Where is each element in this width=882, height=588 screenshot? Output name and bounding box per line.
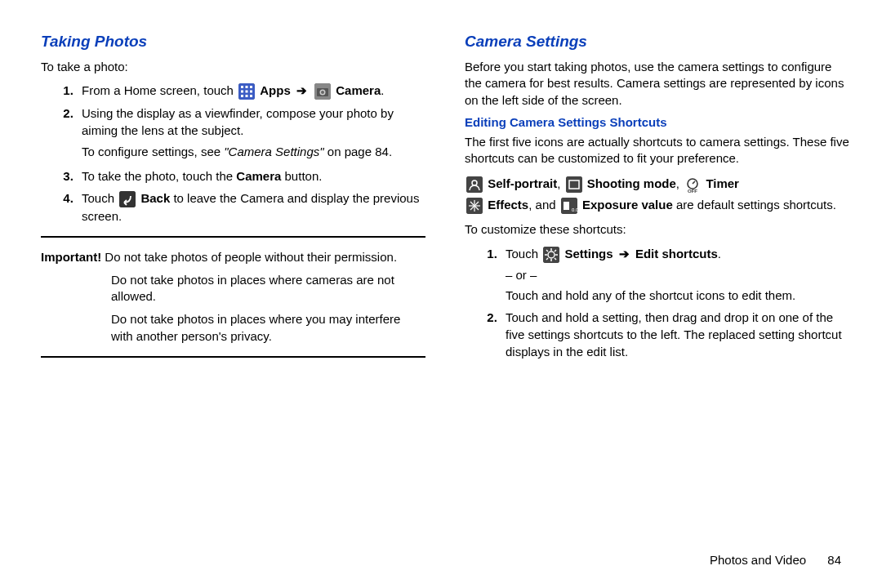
svg-rect-8 [246, 95, 248, 97]
svg-rect-2 [246, 86, 248, 88]
footer-page-number: 84 [827, 553, 841, 567]
svg-text:0.0: 0.0 [572, 207, 577, 212]
editing-shortcuts-subheading: Editing Camera Settings Shortcuts [465, 115, 849, 129]
camera-settings-intro: Before you start taking photos, use the … [465, 59, 849, 109]
svg-rect-7 [241, 95, 243, 97]
taking-photos-heading: Taking Photos [41, 33, 425, 51]
step-3: To take the photo, touch the Camera butt… [77, 167, 425, 185]
intro-text: To take a photo: [41, 59, 425, 75]
apps-grid-icon [238, 83, 255, 100]
svg-rect-6 [250, 91, 252, 93]
important-label: Important! [41, 250, 101, 264]
shooting-mode-icon [566, 176, 582, 193]
back-icon [119, 191, 136, 207]
svg-rect-28 [564, 202, 569, 210]
footer-section: Photos and Video [710, 553, 806, 567]
self-portrait-icon [466, 176, 483, 193]
camera-icon [314, 83, 331, 100]
step-2: Using the display as a viewfinder, compo… [77, 105, 425, 160]
svg-rect-1 [241, 86, 243, 88]
divider [41, 356, 425, 358]
effects-icon [466, 198, 483, 214]
divider [41, 236, 425, 238]
taking-photos-steps: From a Home screen, touch Apps ➔ Camera.… [41, 82, 425, 224]
svg-rect-15 [466, 176, 483, 193]
svg-rect-14 [119, 191, 136, 207]
shortcuts-desc: The first five icons are actually shortc… [465, 134, 849, 167]
exposure-icon: 0.0 [561, 198, 577, 214]
step-4: Touch Back to leave the Camera and displ… [77, 189, 425, 225]
svg-line-20 [693, 181, 695, 184]
customize-step-1: Touch Settings ➔ Edit shortcuts. – or – … [501, 245, 849, 304]
svg-rect-17 [566, 176, 582, 193]
customize-step-1b: Touch and hold any of the shortcut icons… [506, 287, 849, 304]
svg-rect-3 [250, 86, 252, 88]
timer-icon: OFF [684, 176, 701, 193]
step-1: From a Home screen, touch Apps ➔ Camera. [77, 82, 425, 100]
customize-intro: To customize these shortcuts: [465, 221, 849, 238]
page-footer: Photos and Video 84 [710, 553, 841, 567]
important-block: Important! Do not take photos of people … [41, 249, 425, 345]
svg-text:OFF: OFF [688, 189, 697, 193]
camera-settings-heading: Camera Settings [465, 33, 849, 51]
customize-step-2: Touch and hold a setting, then drag and … [501, 309, 849, 360]
right-column: Camera Settings Before you start taking … [465, 33, 849, 572]
default-shortcuts: Self-portrait, Shooting mode, OFF Timer … [465, 173, 849, 215]
svg-point-13 [321, 91, 324, 94]
svg-rect-9 [250, 95, 252, 97]
left-column: Taking Photos To take a photo: From a Ho… [41, 33, 425, 572]
customize-steps: Touch Settings ➔ Edit shortcuts. – or – … [465, 245, 849, 360]
svg-rect-4 [241, 91, 243, 93]
settings-gear-icon [543, 247, 559, 263]
or-text: – or – [506, 266, 849, 283]
svg-rect-5 [246, 91, 248, 93]
